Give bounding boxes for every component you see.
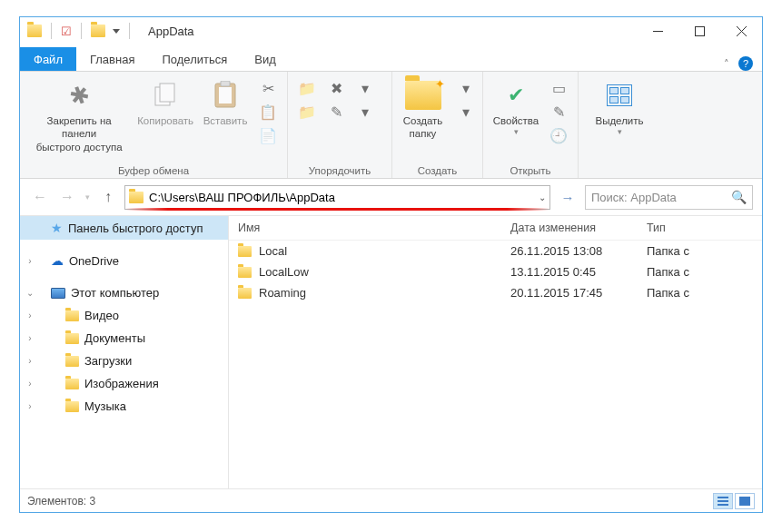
- svg-rect-1: [695, 26, 704, 35]
- select-all-icon: [607, 84, 632, 106]
- minimize-button[interactable]: [637, 17, 678, 44]
- status-text: Элементов: 3: [27, 495, 95, 507]
- window-title: AppData: [148, 25, 194, 38]
- easy-access-icon[interactable]: ▾: [456, 103, 476, 121]
- search-placeholder: Поиск: AppData: [591, 191, 677, 204]
- folder-icon: [65, 401, 79, 412]
- copy-to-icon[interactable]: 📁: [297, 103, 317, 121]
- col-type[interactable]: Тип: [647, 222, 753, 234]
- edit-icon[interactable]: ✎: [549, 103, 569, 121]
- tab-home[interactable]: Главная: [76, 47, 148, 71]
- delete-icon[interactable]: ✖: [326, 79, 346, 97]
- folder-icon: [27, 25, 42, 37]
- explorer-window: ☑ AppData Файл Главная Поделиться Вид ˄ …: [19, 16, 763, 513]
- close-button[interactable]: [720, 17, 762, 44]
- checkmark-icon: ✔: [503, 85, 529, 105]
- paste-shortcut-icon[interactable]: 📄: [258, 126, 278, 144]
- folder-icon: [238, 267, 252, 278]
- search-input[interactable]: Поиск: AppData 🔍: [585, 185, 753, 210]
- svg-rect-5: [160, 84, 174, 102]
- group-new-label: Создать: [398, 163, 477, 176]
- file-rows: Local 26.11.2015 13:08 Папка с LocalLow …: [229, 241, 762, 488]
- sidebar-this-pc[interactable]: ⌄Этот компьютер: [20, 281, 228, 304]
- star-icon: ★: [51, 221, 63, 235]
- cloud-icon: ☁: [51, 253, 64, 268]
- annotation-underline: [125, 208, 549, 211]
- properties-button[interactable]: ✔ Свойства ▾: [489, 75, 543, 142]
- column-headers[interactable]: Имя Дата изменения Тип: [229, 216, 762, 241]
- move-to-icon[interactable]: 📁: [297, 79, 317, 97]
- col-date[interactable]: Дата изменения: [510, 222, 647, 234]
- paste-icon: [213, 81, 238, 110]
- group-open-label: Открыть: [489, 163, 572, 176]
- address-text: C:\Users\ВАШ ПРОФИЛЬ\AppData: [149, 191, 335, 204]
- pc-icon: [51, 288, 65, 299]
- ribbon: ✱ Закрепить на панели быстрого доступа К…: [20, 72, 762, 179]
- table-row[interactable]: Local 26.11.2015 13:08 Папка с: [229, 241, 762, 261]
- folder-icon: [238, 288, 252, 299]
- col-name[interactable]: Имя: [238, 222, 510, 234]
- tab-share[interactable]: Поделиться: [148, 47, 241, 71]
- thumbnails-view-button[interactable]: [735, 493, 755, 509]
- title-bar: ☑ AppData: [20, 17, 762, 44]
- tab-file[interactable]: Файл: [20, 47, 76, 71]
- sidebar-pictures[interactable]: ›Изображения: [20, 372, 228, 395]
- group-select-label: [584, 174, 655, 176]
- sidebar-downloads[interactable]: ›Загрузки: [20, 350, 228, 372]
- help-icon[interactable]: ?: [738, 56, 753, 71]
- address-folder-icon: [129, 192, 144, 203]
- forward-button[interactable]: →: [56, 186, 78, 208]
- history-dropdown-icon[interactable]: ▾: [85, 192, 90, 202]
- back-button[interactable]: ←: [29, 186, 51, 208]
- open-icon[interactable]: ▭: [549, 79, 569, 97]
- group-clipboard-label: Буфер обмена: [25, 163, 282, 176]
- history-icon[interactable]: 🕘: [549, 126, 569, 144]
- copy-icon: [152, 82, 179, 109]
- address-bar-row: ← → ▾ ↑ C:\Users\ВАШ ПРОФИЛЬ\AppData ⌄ →…: [20, 179, 762, 215]
- content-area: ★Панель быстрого доступ ›☁OneDrive ⌄Этот…: [20, 215, 762, 488]
- status-bar: Элементов: 3: [20, 488, 762, 512]
- maximize-button[interactable]: [678, 17, 720, 44]
- new-item-icon[interactable]: ▾: [456, 79, 476, 97]
- group-organize-label: Упорядочить: [293, 163, 386, 176]
- folder-icon: [238, 246, 252, 257]
- rename-icon[interactable]: ✎: [326, 103, 346, 121]
- copy-path-icon[interactable]: 📋: [258, 103, 278, 121]
- folder-icon: [65, 379, 79, 389]
- folder-icon: [65, 333, 79, 344]
- qat-folder-icon[interactable]: [91, 25, 105, 37]
- sidebar-onedrive[interactable]: ›☁OneDrive: [20, 249, 228, 272]
- paste-button[interactable]: Вставить: [198, 75, 252, 131]
- folder-icon: [65, 356, 79, 367]
- cut-icon[interactable]: ✂: [258, 79, 278, 97]
- table-row[interactable]: Roaming 20.11.2015 17:45 Папка с: [229, 282, 762, 303]
- details-view-button[interactable]: [713, 493, 733, 509]
- table-row[interactable]: LocalLow 13.11.2015 0:45 Папка с: [229, 261, 762, 282]
- address-bar[interactable]: C:\Users\ВАШ ПРОФИЛЬ\AppData ⌄: [124, 185, 550, 210]
- new-folder-button[interactable]: Создать папку: [396, 75, 450, 144]
- folder-icon: [65, 310, 79, 321]
- sidebar-videos[interactable]: ›Видео: [20, 304, 228, 327]
- search-icon: 🔍: [731, 190, 747, 204]
- ribbon-tabs: Файл Главная Поделиться Вид ˄ ?: [20, 44, 762, 72]
- svg-rect-7: [219, 87, 232, 103]
- pin-icon: ✱: [62, 77, 96, 113]
- qat-dropdown-icon[interactable]: [113, 29, 120, 34]
- address-dropdown-icon[interactable]: ⌄: [539, 192, 546, 202]
- navigation-pane[interactable]: ★Панель быстрого доступ ›☁OneDrive ⌄Этот…: [20, 216, 229, 488]
- sidebar-documents[interactable]: ›Документы: [20, 327, 228, 350]
- svg-rect-8: [221, 81, 230, 86]
- refresh-button[interactable]: →: [558, 187, 578, 207]
- organize-more-1[interactable]: ▾: [355, 79, 375, 97]
- organize-more-2[interactable]: ▾: [355, 103, 375, 121]
- select-button[interactable]: Выделить ▾: [589, 75, 648, 142]
- qat-properties-icon[interactable]: ☑: [61, 25, 72, 38]
- sidebar-quick-access[interactable]: ★Панель быстрого доступ: [20, 216, 228, 240]
- sidebar-music[interactable]: ›Музыка: [20, 395, 228, 418]
- tab-view[interactable]: Вид: [241, 47, 290, 71]
- new-folder-icon: [405, 81, 441, 110]
- up-button[interactable]: ↑: [97, 186, 119, 208]
- pin-quick-access-button[interactable]: ✱ Закрепить на панели быстрого доступа: [25, 75, 133, 157]
- collapse-ribbon-icon[interactable]: ˄: [724, 58, 729, 70]
- copy-button[interactable]: Копировать: [134, 75, 196, 131]
